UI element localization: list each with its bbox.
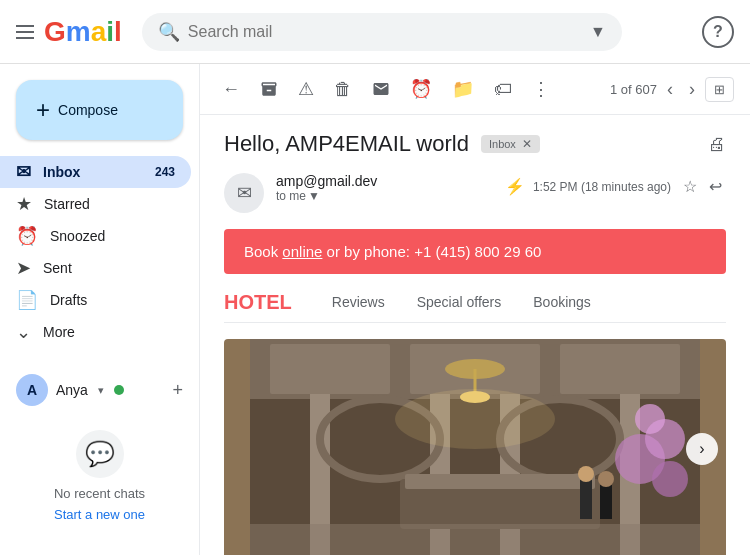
email-meta-right: ⚡ 1:52 PM (18 minutes ago) ☆ ↩ xyxy=(505,173,726,200)
search-icon: 🔍 xyxy=(158,21,180,43)
email-view: Hello, AMP4EMAIL world Inbox ✕ 🖨 ✉ amp@g… xyxy=(200,115,750,555)
gmail-logo: Gmail xyxy=(44,16,122,48)
send-icon: ➤ xyxy=(16,257,31,279)
book-banner: Book online or by phone: +1 (415) 800 29… xyxy=(224,229,726,274)
top-right-actions: ? xyxy=(702,16,734,48)
bookings-tab[interactable]: Bookings xyxy=(517,290,607,314)
to-me-text: to me xyxy=(276,189,306,203)
sidebar-item-more-label: More xyxy=(43,324,75,340)
start-chat-link[interactable]: Start a new one xyxy=(54,507,145,522)
email-toolbar: ← ⚠ 🗑 ⏰ 📁 🏷 ⋮ 1 of 607 ‹ › ⊞ xyxy=(200,64,750,115)
sender-info: amp@gmail.dev to me ▼ xyxy=(276,173,493,203)
svg-rect-2 xyxy=(270,344,390,394)
pagination: 1 of 607 ‹ › ⊞ xyxy=(610,73,734,106)
inbox-label-badge: Inbox ✕ xyxy=(481,135,540,153)
mark-unread-button[interactable] xyxy=(366,74,396,104)
labels-button[interactable]: 🏷 xyxy=(488,73,518,106)
email-subject-row: Hello, AMP4EMAIL world Inbox ✕ 🖨 xyxy=(224,131,726,157)
snooze-icon: ⏰ xyxy=(16,225,38,247)
search-input[interactable] xyxy=(188,23,582,41)
star-icon: ★ xyxy=(16,193,32,215)
online-status-dot xyxy=(114,385,124,395)
svg-rect-22 xyxy=(600,484,612,519)
avatar: A xyxy=(16,374,48,406)
svg-point-25 xyxy=(395,389,555,449)
user-dropdown-icon[interactable]: ▾ xyxy=(98,384,104,397)
sidebar-item-more[interactable]: ⌄ More xyxy=(0,316,191,348)
book-online-link[interactable]: online xyxy=(282,243,322,260)
lightning-icon: ⚡ xyxy=(505,177,525,196)
archive-button[interactable] xyxy=(254,74,284,104)
print-button[interactable]: 🖨 xyxy=(708,134,726,155)
sidebar-item-snoozed-label: Snoozed xyxy=(50,228,105,244)
sidebar-item-drafts[interactable]: 📄 Drafts xyxy=(0,284,191,316)
delete-button[interactable]: 🗑 xyxy=(328,73,358,106)
no-chat-placeholder-icon: 💬 xyxy=(76,430,124,478)
hotel-tabs: HOTEL Reviews Special offers Bookings xyxy=(224,290,726,323)
sidebar-bottom: A Anya ▾ + 💬 No recent chats Start a new… xyxy=(0,358,199,547)
sidebar-item-drafts-label: Drafts xyxy=(50,292,87,308)
report-spam-button[interactable]: ⚠ xyxy=(292,72,320,106)
search-dropdown-icon[interactable]: ▼ xyxy=(590,23,606,41)
reply-button[interactable]: ↩ xyxy=(705,173,726,200)
sidebar-item-snoozed[interactable]: ⏰ Snoozed xyxy=(0,220,191,252)
book-text: Book xyxy=(244,243,282,260)
drafts-icon: 📄 xyxy=(16,289,38,311)
svg-rect-4 xyxy=(560,344,680,394)
inbox-badge-text: Inbox xyxy=(489,138,516,150)
user-section[interactable]: A Anya ▾ + xyxy=(0,366,199,414)
grid-view-button[interactable]: ⊞ xyxy=(705,77,734,102)
svg-rect-24 xyxy=(250,524,700,555)
compose-label: Compose xyxy=(58,102,118,118)
hamburger-menu[interactable] xyxy=(16,25,34,39)
user-name: Anya xyxy=(56,382,88,398)
email-subject: Hello, AMP4EMAIL world xyxy=(224,131,469,157)
compose-button[interactable]: + Compose xyxy=(16,80,183,140)
chat-section: 💬 No recent chats Start a new one xyxy=(0,414,199,539)
hotel-image-area: › xyxy=(224,339,726,555)
svg-point-23 xyxy=(598,471,614,487)
sidebar-item-sent[interactable]: ➤ Sent xyxy=(0,252,191,284)
next-email-button[interactable]: › xyxy=(683,73,701,106)
book-rest-text: or by phone: +1 (415) 800 29 60 xyxy=(322,243,541,260)
svg-point-18 xyxy=(652,461,688,497)
image-next-button[interactable]: › xyxy=(686,433,718,465)
snooze-button[interactable]: ⏰ xyxy=(404,72,438,106)
sidebar-item-starred[interactable]: ★ Starred xyxy=(0,188,191,220)
more-actions-button[interactable]: ⋮ xyxy=(526,72,556,106)
sidebar-item-inbox-label: Inbox xyxy=(43,164,80,180)
pagination-text: 1 of 607 xyxy=(610,82,657,97)
svg-point-21 xyxy=(578,466,594,482)
email-action-icons: ☆ ↩ xyxy=(679,173,726,200)
star-email-button[interactable]: ☆ xyxy=(679,173,701,200)
move-to-button[interactable]: 📁 xyxy=(446,72,480,106)
top-bar: Gmail 🔍 ▼ ? xyxy=(0,0,750,64)
hotel-image xyxy=(224,339,726,555)
compose-plus-icon: + xyxy=(36,96,50,124)
inbox-icon: ✉ xyxy=(16,161,31,183)
email-meta: ✉ amp@gmail.dev to me ▼ ⚡ 1:52 PM (18 mi… xyxy=(224,173,726,213)
reviews-tab[interactable]: Reviews xyxy=(316,290,401,314)
no-chats-text: No recent chats xyxy=(8,486,191,501)
search-bar[interactable]: 🔍 ▼ xyxy=(142,13,622,51)
to-me-field[interactable]: to me ▼ xyxy=(276,189,493,203)
sidebar-item-inbox[interactable]: ✉ Inbox 243 xyxy=(0,156,191,188)
main-layout: + Compose ✉ Inbox 243 ★ Starred ⏰ Snooze… xyxy=(0,64,750,555)
add-account-button[interactable]: + xyxy=(172,380,183,401)
email-timestamp: 1:52 PM (18 minutes ago) xyxy=(533,180,671,194)
email-area: ← ⚠ 🗑 ⏰ 📁 🏷 ⋮ 1 of 607 ‹ › ⊞ xyxy=(200,64,750,555)
prev-email-button[interactable]: ‹ xyxy=(661,73,679,106)
help-button[interactable]: ? xyxy=(702,16,734,48)
sidebar-item-starred-label: Starred xyxy=(44,196,90,212)
back-button[interactable]: ← xyxy=(216,73,246,106)
sender-name: amp@gmail.dev xyxy=(276,173,493,189)
logo-m-icon: Gmail xyxy=(44,16,122,48)
hotel-label: HOTEL xyxy=(224,291,292,314)
remove-inbox-label-button[interactable]: ✕ xyxy=(522,137,532,151)
expand-more-icon: ⌄ xyxy=(16,321,31,343)
sender-avatar: ✉ xyxy=(224,173,264,213)
to-me-dropdown-icon[interactable]: ▼ xyxy=(308,189,320,203)
inbox-badge-count: 243 xyxy=(155,165,175,179)
sidebar-item-sent-label: Sent xyxy=(43,260,72,276)
special-offers-tab[interactable]: Special offers xyxy=(401,290,518,314)
